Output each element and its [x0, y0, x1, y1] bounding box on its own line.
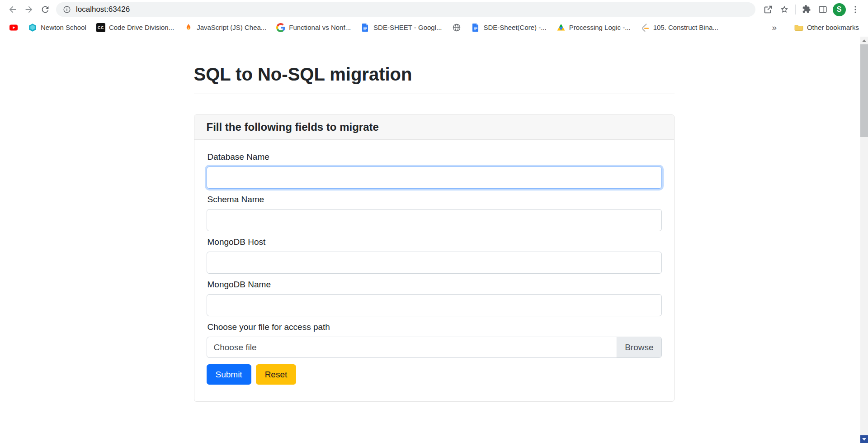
- cc-icon: CC: [96, 23, 105, 32]
- address-bar[interactable]: localhost:63426: [56, 2, 755, 17]
- bookmark-code-drive-division[interactable]: CC Code Drive Division...: [92, 21, 179, 34]
- file-label: Choose your file for access path: [208, 322, 662, 332]
- bookmark-sde-sheet-core[interactable]: SDE-Sheet(Core) -...: [467, 21, 551, 34]
- forward-button[interactable]: [21, 1, 37, 18]
- profile-avatar[interactable]: S: [831, 1, 847, 18]
- blue-doc-icon: [471, 23, 480, 32]
- other-bookmarks-label: Other bookmarks: [807, 24, 859, 31]
- database-name-group: Database Name: [207, 152, 662, 189]
- flame-icon: [184, 23, 193, 32]
- bookmark-label: 105. Construct Bina...: [653, 24, 718, 31]
- database-name-input[interactable]: [207, 167, 662, 189]
- avatar-initial: S: [833, 3, 846, 16]
- scroll-down-icon: [862, 438, 866, 441]
- star-icon: [779, 5, 789, 14]
- bookmark-sde-sheet-google[interactable]: SDE-SHEET - Googl...: [356, 21, 446, 34]
- youtube-icon: [9, 23, 18, 32]
- bookmark-label: SDE-Sheet(Core) -...: [484, 24, 547, 31]
- puzzle-icon: [802, 5, 811, 14]
- site-info-icon[interactable]: [62, 5, 71, 14]
- migration-form-card: Fill the following fields to migrate Dat…: [194, 114, 675, 402]
- folder-icon: [794, 23, 803, 32]
- bookmarks-divider: [785, 23, 785, 32]
- bookmarks-overflow-button[interactable]: »: [768, 23, 780, 33]
- bookmark-newton-school[interactable]: Newton School: [24, 21, 91, 34]
- scrollbar-down-button[interactable]: [860, 435, 868, 443]
- side-panel-button[interactable]: [815, 1, 831, 18]
- bookmark-label: Newton School: [41, 24, 86, 31]
- bookmark-javascript-cheatsheet[interactable]: JavaScript (JS) Chea...: [179, 21, 271, 34]
- bookmark-functional-vs-nonfunctional[interactable]: Functional vs Nonf...: [272, 21, 355, 34]
- side-panel-icon: [818, 5, 828, 14]
- file-group: Choose your file for access path Choose …: [207, 322, 662, 358]
- url-text[interactable]: localhost:63426: [76, 5, 130, 14]
- button-row: Submit Reset: [207, 364, 662, 385]
- leetcode-icon: [641, 23, 650, 32]
- page-viewport: SQL to No-SQL migration Fill the followi…: [0, 36, 868, 443]
- bookmark-processing-logic[interactable]: Processing Logic -...: [552, 21, 635, 34]
- menu-button[interactable]: [847, 1, 863, 18]
- mongodb-name-label: MongoDB Name: [208, 280, 662, 290]
- bookmark-globe[interactable]: [448, 21, 466, 34]
- mongodb-host-group: MongoDB Host: [207, 237, 662, 274]
- reload-icon: [40, 5, 50, 14]
- bookmark-label: Processing Logic -...: [569, 24, 631, 31]
- reload-button[interactable]: [37, 1, 53, 18]
- submit-button[interactable]: Submit: [207, 364, 251, 385]
- share-icon: [763, 5, 773, 14]
- scroll-up-icon: [862, 39, 866, 42]
- toolbar-divider: [795, 5, 796, 14]
- drive-icon: [557, 23, 566, 32]
- card-header: Fill the following fields to migrate: [194, 115, 674, 140]
- mongodb-host-label: MongoDB Host: [208, 237, 662, 247]
- bookmark-construct-binary[interactable]: 105. Construct Bina...: [636, 21, 723, 34]
- other-bookmarks-button[interactable]: Other bookmarks: [790, 21, 863, 34]
- back-button[interactable]: [5, 1, 21, 18]
- file-input[interactable]: Choose file Browse: [207, 337, 662, 358]
- mongodb-name-input[interactable]: [207, 294, 662, 316]
- bookmark-label: Code Drive Division...: [109, 24, 174, 31]
- title-divider: [194, 94, 675, 94]
- scrollbar-thumb[interactable]: [860, 44, 868, 137]
- google-g-icon: [276, 23, 285, 32]
- browser-toolbar: localhost:63426 S: [0, 0, 868, 19]
- card-body: Database Name Schema Name MongoDB Host M…: [194, 140, 674, 401]
- forward-arrow-icon: [24, 5, 34, 14]
- schema-name-group: Schema Name: [207, 195, 662, 231]
- back-arrow-icon: [8, 5, 18, 14]
- blue-doc-icon: [361, 23, 370, 32]
- bookmark-label: Functional vs Nonf...: [289, 24, 351, 31]
- file-placeholder[interactable]: Choose file: [207, 337, 617, 357]
- scrollbar-up-button[interactable]: [860, 37, 868, 44]
- page-title: SQL to No-SQL migration: [194, 64, 675, 85]
- bookmark-star-button[interactable]: [776, 1, 793, 18]
- schema-name-label: Schema Name: [208, 195, 662, 205]
- bookmarks-bar: Newton School CC Code Drive Division... …: [0, 19, 868, 36]
- mongodb-name-group: MongoDB Name: [207, 280, 662, 316]
- schema-name-input[interactable]: [207, 209, 662, 231]
- vertical-scrollbar[interactable]: [860, 37, 868, 443]
- bookmark-label: SDE-SHEET - Googl...: [373, 24, 442, 31]
- content-container: SQL to No-SQL migration Fill the followi…: [194, 36, 675, 402]
- extensions-button[interactable]: [798, 1, 815, 18]
- three-dot-menu-icon: [850, 5, 860, 14]
- newton-school-icon: [28, 23, 37, 32]
- database-name-label: Database Name: [208, 152, 662, 162]
- reset-button[interactable]: Reset: [256, 364, 297, 385]
- globe-icon: [452, 23, 461, 32]
- share-button[interactable]: [760, 1, 776, 18]
- mongodb-host-input[interactable]: [207, 252, 662, 274]
- browse-button[interactable]: Browse: [617, 337, 661, 357]
- bookmark-label: JavaScript (JS) Chea...: [197, 24, 266, 31]
- bookmark-youtube[interactable]: [5, 21, 23, 34]
